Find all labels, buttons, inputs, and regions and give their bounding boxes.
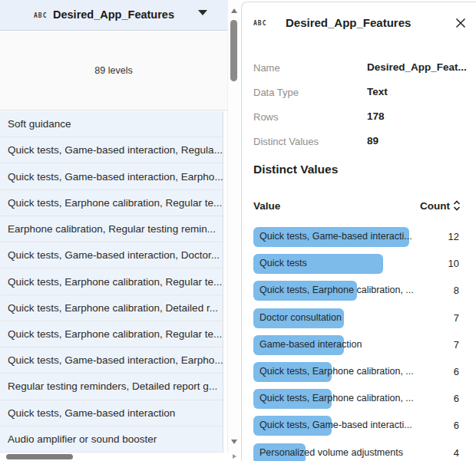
field-label: Name — [253, 62, 280, 74]
value-label: Quick tests, Game-based interacti... — [259, 231, 412, 242]
list-item-label: Soft guidance — [8, 118, 71, 130]
list-item-label: Quick tests, Earphone calibration, Detai… — [8, 302, 218, 314]
list-item[interactable]: Audio amplifier or sound booster — [0, 426, 223, 453]
value-label: Game-based interaction — [259, 339, 362, 350]
list-item[interactable]: Soft guidance — [0, 111, 223, 137]
close-button[interactable] — [451, 14, 470, 32]
list-item[interactable]: Quick tests, Earphone calibration, Regul… — [0, 268, 223, 295]
horizontal-scrollbar-thumb[interactable] — [6, 454, 73, 459]
list-item-label: Quick tests, Earphone calibration, Regul… — [8, 276, 222, 288]
value-column-header[interactable]: Value — [253, 200, 280, 212]
table-row[interactable]: Personalized volume adjustments 4 — [253, 440, 476, 461]
column-header-dropdown[interactable]: ABC Desired_App_Features — [0, 0, 227, 31]
scroll-right-arrow-icon[interactable] — [233, 454, 236, 459]
text-type-icon: ABC — [253, 20, 266, 27]
close-icon — [455, 17, 467, 29]
list-item-label: Quick tests, Game-based interaction — [8, 407, 175, 419]
distinct-values-table-header: Value Count — [253, 199, 461, 215]
column-values-panel: ABC Desired_App_Features 89 levels Soft … — [0, 0, 240, 461]
table-row[interactable]: Quick tests, Earphone calibration, ... 8 — [253, 278, 476, 305]
value-label: Quick tests, Earphone calibration, ... — [259, 393, 414, 403]
value-label: Quick tests, Game-based interacti... — [259, 420, 412, 430]
field-value: Desired_App_Feat... — [367, 61, 467, 73]
table-row[interactable]: Quick tests, Game-based interacti... 6 — [253, 413, 476, 440]
field-distinct-values: Distinct Values 89 — [253, 134, 468, 150]
count-column-header[interactable]: Count — [420, 199, 461, 212]
field-label: Rows — [253, 111, 279, 123]
count-value: 7 — [454, 339, 459, 351]
levels-list: Soft guidance Quick tests, Game-based in… — [0, 111, 223, 453]
sort-icon — [453, 199, 461, 212]
field-rows: Rows 178 — [253, 110, 468, 125]
table-row[interactable]: Doctor consultation 7 — [253, 305, 476, 332]
vertical-scrollbar-thumb[interactable] — [230, 20, 237, 81]
list-item-label: Earphone calibration, Regular testing re… — [8, 223, 216, 235]
table-row[interactable]: Quick tests, Earphone calibration, ... 6 — [253, 386, 476, 413]
chevron-down-icon[interactable] — [198, 10, 207, 15]
value-label: Quick tests, Earphone calibration, ... — [259, 366, 414, 377]
list-item[interactable]: Quick tests, Earphone calibration, Regul… — [0, 190, 223, 216]
count-value: 6 — [454, 420, 459, 431]
scroll-up-arrow-icon[interactable] — [231, 8, 237, 13]
list-item[interactable]: Regular testing reminders, Detailed repo… — [0, 374, 223, 400]
list-item-label: Quick tests, Game-based interaction, Ear… — [8, 171, 223, 183]
list-item-label: Quick tests, Game-based interaction, Doc… — [8, 249, 220, 261]
list-item[interactable]: Quick tests, Game-based interaction, Ear… — [0, 163, 223, 189]
count-value: 8 — [454, 285, 459, 296]
count-value: 6 — [454, 366, 459, 377]
list-item-label: Quick tests, Earphone calibration, Regul… — [8, 197, 222, 209]
table-row[interactable]: Game-based interaction 7 — [253, 332, 476, 359]
vertical-scrollbar[interactable] — [227, 0, 240, 453]
field-value: 178 — [367, 110, 385, 122]
field-data-type: Data Type Text — [253, 85, 468, 100]
list-item[interactable]: Earphone calibration, Regular testing re… — [0, 216, 223, 242]
list-item[interactable]: Quick tests, Earphone calibration, Detai… — [0, 295, 223, 321]
horizontal-scrollbar[interactable] — [0, 453, 240, 461]
value-label: Quick tests, Earphone calibration, ... — [259, 285, 414, 295]
list-item-label: Quick tests, Game-based interaction, Reg… — [8, 144, 223, 156]
value-label: Quick tests — [259, 258, 307, 268]
list-item-label: Audio amplifier or sound booster — [8, 433, 157, 445]
list-item[interactable]: Quick tests, Game-based interaction, Ear… — [0, 347, 223, 374]
count-value: 7 — [454, 312, 459, 324]
field-value: Text — [367, 86, 388, 97]
count-value: 4 — [454, 447, 459, 459]
table-row[interactable]: Quick tests 10 — [253, 251, 476, 278]
list-item[interactable]: Quick tests, Earphone calibration, Regul… — [0, 321, 223, 347]
field-label: Data Type — [253, 87, 299, 98]
count-value: 12 — [448, 231, 459, 242]
list-item[interactable]: Quick tests, Game-based interaction — [0, 400, 223, 426]
list-item-label: Regular testing reminders, Detailed repo… — [8, 380, 217, 392]
count-header-label: Count — [420, 200, 450, 212]
levels-summary: 89 levels — [0, 31, 227, 110]
list-item-label: Quick tests, Game-based interaction, Ear… — [8, 354, 223, 366]
field-label: Distinct Values — [253, 136, 319, 147]
table-row[interactable]: Quick tests, Game-based interacti... 12 — [253, 224, 476, 251]
value-label: Personalized volume adjustments — [259, 447, 403, 458]
scroll-down-arrow-icon[interactable] — [231, 440, 237, 444]
distinct-values-table: Quick tests, Game-based interacti... 12 … — [253, 224, 476, 461]
app-window: ABC Desired_App_Features 89 levels Soft … — [0, 0, 476, 461]
column-detail-panel: ABC Desired_App_Features Name Desired_Ap… — [241, 2, 476, 461]
field-value: 89 — [367, 135, 378, 147]
table-row[interactable]: Quick tests, Earphone calibration, ... 6 — [253, 359, 476, 386]
column-title: Desired_App_Features — [0, 8, 227, 21]
list-item[interactable]: Quick tests, Game-based interaction, Reg… — [0, 137, 223, 163]
levels-label: 89 levels — [94, 65, 132, 76]
count-value: 10 — [448, 258, 459, 269]
list-item[interactable]: Quick tests, Game-based interaction, Doc… — [0, 242, 223, 268]
field-name: Name Desired_App_Feat... — [253, 61, 468, 76]
detail-panel-title: Desired_App_Features — [286, 16, 411, 29]
distinct-values-heading: Distinct Values — [253, 163, 338, 176]
count-value: 6 — [454, 393, 459, 404]
value-label: Doctor consultation — [259, 312, 342, 323]
list-item-label: Quick tests, Earphone calibration, Regul… — [8, 328, 222, 340]
